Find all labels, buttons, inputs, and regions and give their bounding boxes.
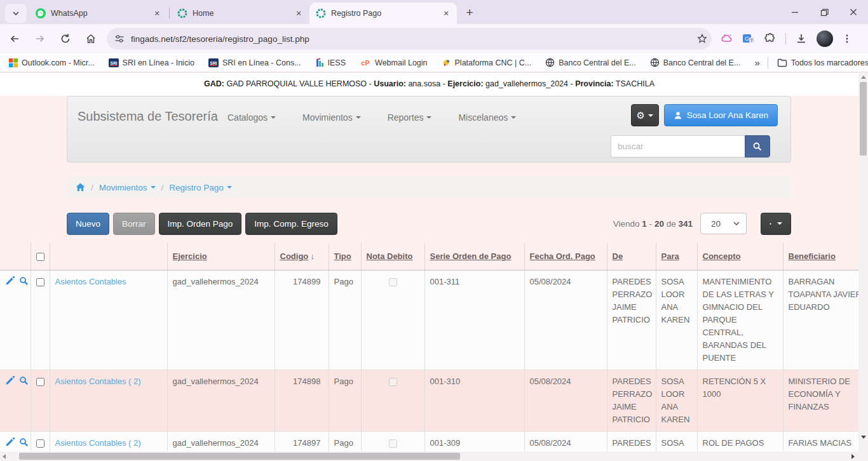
select-all-checkbox[interactable] [36, 253, 44, 261]
imp-orden-pago-button[interactable]: Imp. Orden Pago [159, 213, 242, 235]
minimize-button[interactable] [780, 0, 810, 24]
row-select [31, 270, 50, 370]
col-concepto[interactable]: Concepto [697, 243, 783, 270]
bookmark-sri-inicio[interactable]: SRI SRI en Línea - Inicio [109, 58, 194, 68]
tab-close-icon[interactable]: ✕ [440, 8, 452, 19]
scroll-left-arrow[interactable] [3, 454, 6, 459]
table-row: Asientos Contables ( 2) gad_vallehermos_… [0, 431, 858, 451]
page-size-select[interactable]: 20 [700, 213, 747, 234]
provincia-label: Provincia: [575, 79, 613, 88]
col-codigo[interactable]: Codigo↓ [275, 243, 329, 270]
bookmark-star-icon[interactable] [696, 33, 708, 44]
new-tab-button[interactable]: + [461, 4, 478, 22]
view-magnifier-icon[interactable] [19, 276, 29, 286]
extensions-puzzle-icon[interactable] [764, 32, 776, 45]
edit-pencil-icon[interactable] [5, 276, 15, 286]
horizontal-scrollbar[interactable] [0, 451, 858, 461]
menu-reportes[interactable]: Reportes [388, 112, 432, 123]
profile-avatar[interactable] [817, 30, 833, 47]
view-magnifier-icon[interactable] [19, 376, 29, 385]
vertical-scrollbar[interactable] [858, 73, 868, 451]
print-button[interactable] [761, 213, 791, 235]
borrar-button[interactable]: Borrar [113, 213, 155, 235]
home-button[interactable] [80, 28, 102, 50]
downloads-icon[interactable] [795, 32, 808, 45]
close-window-button[interactable] [839, 0, 868, 24]
cell-de: PAREDES PERRAZO JAIME PATRICIO [607, 370, 656, 431]
bookmark-iess[interactable]: IESS [315, 58, 346, 68]
svg-text:cP: cP [361, 59, 369, 67]
cell-codigo: 174899 [275, 270, 329, 370]
user-account-button[interactable]: Sosa Loor Ana Karen [664, 104, 778, 126]
gad-label: GAD: [204, 79, 224, 88]
main-menu: Catalogos Movimientos Reportes Miscelane… [227, 112, 516, 123]
asientos-contables-link[interactable]: Asientos Contables ( 2) [55, 377, 141, 386]
menu-miscelaneos[interactable]: Miscelaneos [458, 112, 516, 123]
breadcrumb-movimientos[interactable]: Movimientos [99, 183, 156, 192]
menu-catalogos[interactable]: Catalogos [227, 112, 276, 123]
address-bar[interactable]: fingads.net/sf2/tesoreria/registro_pago_… [107, 28, 712, 50]
url-text[interactable]: fingads.net/sf2/tesoreria/registro_pago_… [131, 34, 696, 44]
tab-registro-pago-active[interactable]: Registro Pago ✕ [309, 3, 457, 24]
svg-text:G: G [745, 36, 749, 42]
settings-gear-button[interactable]: ⚙ [631, 104, 659, 126]
cell-beneficiario: MINISTERIO DE ECONOMÍA Y FINANZAS [783, 370, 858, 431]
col-tipo[interactable]: Tipo [329, 243, 361, 270]
back-button[interactable] [4, 28, 25, 50]
imp-comp-egreso-button[interactable]: Imp. Comp. Egreso [245, 213, 337, 235]
bookmark-bce-2[interactable]: Banco Central del E... [650, 58, 741, 67]
toolbar-divider [785, 33, 786, 44]
user-name-label: Sosa Loor Ana Karen [687, 110, 768, 120]
horizontal-scroll-thumb[interactable] [19, 453, 460, 460]
edit-pencil-icon[interactable] [5, 376, 15, 385]
col-nota-debito[interactable]: Nota Debito [361, 243, 424, 270]
col-ejercicio[interactable]: Ejercicio [167, 243, 275, 270]
caret-down-icon [511, 116, 516, 119]
restore-button[interactable] [810, 0, 839, 24]
col-para[interactable]: Para [656, 243, 697, 270]
breadcrumb-registro-pago[interactable]: Registro Pago [169, 183, 232, 192]
bookmark-cnc[interactable]: Plataforma CNC | C... [442, 58, 532, 67]
bookmark-outlook[interactable]: Outlook.com - Micr... [9, 58, 95, 67]
bookmark-sri-consultas[interactable]: SRI SRI en Línea - Cons... [208, 58, 301, 68]
view-magnifier-icon[interactable] [19, 438, 29, 447]
row-checkbox[interactable] [36, 439, 44, 448]
col-de[interactable]: De [607, 243, 656, 270]
weather-extension-icon[interactable] [721, 32, 733, 45]
col-fecha[interactable]: Fecha Ord. Pago [524, 243, 607, 270]
bookmark-webmail[interactable]: cP Webmail Login [360, 58, 427, 67]
scroll-up-arrow[interactable] [861, 76, 866, 79]
caret-down-icon [227, 186, 232, 189]
reload-button[interactable] [55, 28, 76, 50]
browser-menu-icon[interactable] [842, 34, 852, 44]
search-input[interactable] [611, 135, 745, 157]
row-checkbox[interactable] [36, 378, 44, 386]
asientos-contables-link[interactable]: Asientos Contables ( 2) [55, 438, 141, 448]
home-icon[interactable] [76, 183, 85, 192]
menu-movimientos[interactable]: Movimientos [302, 112, 361, 123]
asientos-contables-link[interactable]: Asientos Contables [55, 277, 126, 286]
google-translate-icon[interactable]: G T [742, 32, 755, 45]
all-bookmarks-button[interactable]: Todos los marcadores [777, 58, 868, 67]
scroll-right-arrow[interactable] [851, 454, 855, 459]
col-beneficiario[interactable]: Beneficiario [783, 243, 858, 270]
row-checkbox[interactable] [36, 278, 44, 286]
edit-pencil-icon[interactable] [5, 438, 15, 447]
forward-button[interactable] [29, 28, 51, 50]
bookmark-label: IESS [328, 58, 346, 67]
tab-close-icon[interactable]: ✕ [293, 8, 304, 19]
scroll-down-arrow[interactable] [861, 436, 866, 439]
nuevo-button[interactable]: Nuevo [67, 213, 109, 235]
tab-close-icon[interactable]: ✕ [151, 8, 163, 19]
tab-whatsapp[interactable]: WhatsApp ✕ [29, 3, 168, 24]
bookmark-bce-1[interactable]: Banco Central del E... [545, 58, 636, 67]
caret-down-icon [271, 116, 276, 119]
col-serie[interactable]: Serie Orden de Pago [424, 243, 524, 270]
bookmarks-overflow-button[interactable]: » [754, 57, 758, 68]
vertical-scroll-thumb[interactable] [860, 82, 867, 156]
search-button[interactable] [745, 135, 770, 157]
bookmark-label: SRI en Línea - Inicio [123, 58, 194, 67]
tab-search-button[interactable] [5, 4, 27, 23]
tab-home[interactable]: Home ✕ [171, 3, 309, 24]
site-settings-icon[interactable] [114, 34, 125, 44]
